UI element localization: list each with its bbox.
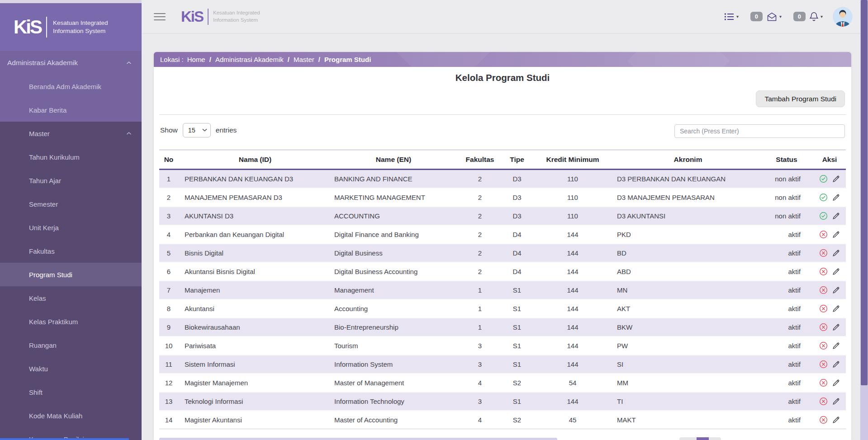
cell-aksi bbox=[813, 188, 846, 207]
sidebar-item-shift[interactable]: Shift bbox=[0, 380, 142, 404]
cell-kredit: 144 bbox=[529, 336, 616, 355]
notifications-menu[interactable]: 0 ▾ bbox=[793, 11, 823, 22]
cell-name-en: BANKING AND FINANCE bbox=[332, 170, 455, 189]
sidebar-item-kabar-berita[interactable]: Kabar Berita bbox=[0, 98, 142, 122]
sidebar-item-label: Tahun Kurikulum bbox=[29, 153, 80, 161]
horizontal-scrollbar-thumb[interactable] bbox=[159, 438, 557, 440]
cell-kredit: 110 bbox=[529, 170, 616, 189]
pagination-next-button[interactable] bbox=[709, 437, 721, 440]
edit-button-pencil-icon[interactable] bbox=[832, 360, 840, 369]
cell-akronim: TI bbox=[616, 392, 760, 411]
cell-aksi bbox=[813, 299, 846, 318]
cell-aksi bbox=[813, 281, 846, 299]
edit-button-pencil-icon[interactable] bbox=[832, 416, 840, 424]
cell-kredit: 144 bbox=[529, 392, 616, 411]
sidebar-item-beranda-adm-akademik[interactable]: Beranda Adm Akademik bbox=[0, 75, 142, 98]
edit-button-pencil-icon[interactable] bbox=[832, 193, 840, 202]
cell-status: aktif bbox=[760, 299, 813, 318]
mail-icon bbox=[766, 12, 778, 22]
cell-nama-id: Pariwisata bbox=[178, 336, 332, 355]
deactivate-button-x-circle-icon[interactable] bbox=[819, 416, 828, 424]
tasks-menu[interactable]: ▾ bbox=[724, 13, 739, 21]
breadcrumb-master[interactable]: Master bbox=[294, 56, 314, 63]
sidebar-item-waktu[interactable]: Waktu bbox=[0, 357, 142, 380]
activate-button-check-circle-icon[interactable] bbox=[819, 212, 828, 220]
sidebar-item-administrasi-akademik[interactable]: Administrasi Akademik bbox=[0, 51, 142, 75]
sidebar-item-fakultas[interactable]: Fakultas bbox=[0, 239, 142, 263]
cell-name-en: Master of Management bbox=[332, 374, 455, 392]
deactivate-button-x-circle-icon[interactable] bbox=[819, 360, 828, 369]
sidebar-item-label: Semester bbox=[29, 200, 58, 208]
sidebar-item-label: Ruangan bbox=[29, 341, 57, 349]
cell-kredit: 45 bbox=[529, 411, 616, 429]
cell-nama-id: Bisnis Digital bbox=[178, 244, 332, 262]
deactivate-button-x-circle-icon[interactable] bbox=[819, 378, 828, 387]
activate-button-check-circle-icon[interactable] bbox=[819, 175, 828, 183]
edit-button-pencil-icon[interactable] bbox=[832, 341, 840, 350]
hamburger-menu-icon[interactable] bbox=[154, 13, 166, 20]
sidebar-item-label: Shift bbox=[29, 388, 43, 396]
app-name-line2: Information System bbox=[53, 28, 105, 34]
table-row: 2MANAJEMEN PEMASARAN D3MARKETING MANAGEM… bbox=[159, 188, 846, 207]
sidebar-item-unit-kerja[interactable]: Unit Kerja bbox=[0, 216, 142, 239]
messages-menu[interactable]: 0 ▾ bbox=[750, 12, 782, 22]
sidebar-item-tahun-ajar[interactable]: Tahun Ajar bbox=[0, 169, 142, 192]
edit-button-pencil-icon[interactable] bbox=[832, 212, 840, 220]
cell-fakultas: 2 bbox=[455, 262, 505, 281]
cell-aksi bbox=[813, 336, 846, 355]
table-row: 12Magister ManajemenMaster of Management… bbox=[159, 374, 846, 392]
cell-kredit: 144 bbox=[529, 355, 616, 374]
deactivate-button-x-circle-icon[interactable] bbox=[819, 230, 828, 239]
edit-button-pencil-icon[interactable] bbox=[832, 249, 840, 257]
search-input[interactable] bbox=[674, 124, 845, 138]
cell-tipe: S2 bbox=[505, 411, 529, 429]
col-status: Status bbox=[760, 150, 813, 170]
edit-button-pencil-icon[interactable] bbox=[832, 378, 840, 387]
deactivate-button-x-circle-icon[interactable] bbox=[819, 304, 828, 313]
edit-button-pencil-icon[interactable] bbox=[832, 397, 840, 406]
deactivate-button-x-circle-icon[interactable] bbox=[819, 249, 828, 257]
cell-fakultas: 2 bbox=[455, 188, 505, 207]
sidebar-item-kelas-praktikum[interactable]: Kelas Praktikum bbox=[0, 310, 142, 333]
sidebar-item-kode-mata-kuliah[interactable]: Kode Mata Kuliah bbox=[0, 404, 142, 427]
edit-button-pencil-icon[interactable] bbox=[832, 304, 840, 313]
edit-button-pencil-icon[interactable] bbox=[832, 267, 840, 276]
breadcrumb-home[interactable]: Home bbox=[187, 56, 205, 63]
edit-button-pencil-icon[interactable] bbox=[832, 323, 840, 331]
sidebar-item-kelas[interactable]: Kelas bbox=[0, 286, 142, 310]
sidebar-item-label: Kabar Berita bbox=[29, 106, 66, 114]
edit-button-pencil-icon[interactable] bbox=[832, 286, 840, 294]
deactivate-button-x-circle-icon[interactable] bbox=[819, 397, 828, 406]
sidebar-item-label: Kode Mata Kuliah bbox=[29, 412, 82, 420]
deactivate-button-x-circle-icon[interactable] bbox=[819, 323, 828, 331]
sidebar-item-ruangan[interactable]: Ruangan bbox=[0, 333, 142, 357]
cell-akronim: MM bbox=[616, 374, 760, 392]
breadcrumb-prefix: Lokasi : bbox=[160, 56, 184, 63]
edit-button-pencil-icon[interactable] bbox=[832, 175, 840, 183]
cell-status: aktif bbox=[760, 262, 813, 281]
add-program-studi-button[interactable]: Tambah Program Studi bbox=[756, 90, 845, 107]
sidebar-item-semester[interactable]: Semester bbox=[0, 192, 142, 216]
deactivate-button-x-circle-icon[interactable] bbox=[819, 267, 828, 276]
logo-divider bbox=[46, 17, 47, 38]
sidebar-item-master[interactable]: Master bbox=[0, 122, 142, 145]
page-size-select[interactable]: 15 bbox=[183, 123, 211, 137]
sidebar-item-tahun-kurikulum[interactable]: Tahun Kurikulum bbox=[0, 145, 142, 169]
vertical-scrollbar bbox=[860, 0, 868, 440]
pagination-prev-button[interactable] bbox=[679, 437, 697, 440]
pagination-page-1-button[interactable] bbox=[697, 437, 709, 440]
cell-status: non aktif bbox=[760, 170, 813, 189]
activate-button-check-circle-icon[interactable] bbox=[819, 193, 828, 202]
col-name-en: Name (EN) bbox=[332, 150, 455, 170]
edit-button-pencil-icon[interactable] bbox=[832, 230, 840, 239]
cell-no: 13 bbox=[159, 392, 178, 411]
breadcrumb-administrasi-akademik[interactable]: Administrasi Akademik bbox=[215, 56, 284, 63]
topbar: KiS Kesatuan Integrated Information Syst… bbox=[142, 0, 868, 33]
deactivate-button-x-circle-icon[interactable] bbox=[819, 341, 828, 350]
sidebar-item-label: Kelas bbox=[29, 294, 46, 302]
table-body: 1PERBANKAN DAN KEUANGAN D3BANKING AND FI… bbox=[159, 170, 846, 429]
vertical-scrollbar-thumb[interactable] bbox=[861, 0, 868, 385]
sidebar-item-program-studi[interactable]: Program Studi bbox=[0, 263, 142, 286]
user-avatar[interactable] bbox=[833, 7, 853, 27]
deactivate-button-x-circle-icon[interactable] bbox=[819, 286, 828, 294]
